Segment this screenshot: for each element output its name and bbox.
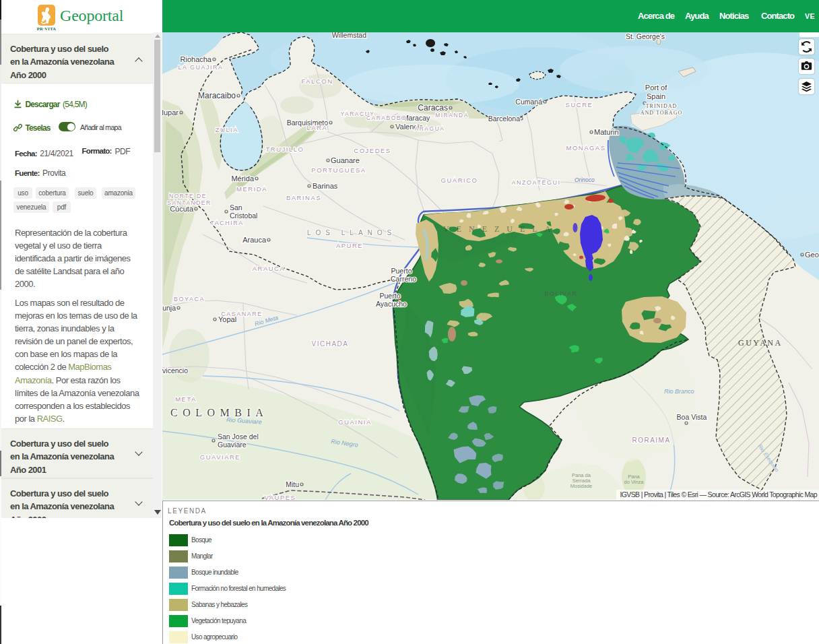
svg-text:BARINAS: BARINAS [286,194,321,201]
svg-text:Caracas: Caracas [418,103,448,112]
svg-text:Cristobal: Cristobal [230,212,257,220]
svg-text:FALCON: FALCON [301,77,333,85]
svg-text:ZULIA: ZULIA [216,126,238,133]
svg-text:LARA: LARA [307,124,328,131]
svg-text:COLOMBIA: COLOMBIA [170,407,268,418]
svg-text:Puerto: Puerto [380,292,401,300]
svg-text:Arauca: Arauca [242,236,267,244]
svg-text:do Vinza: do Vinza [624,479,644,485]
svg-text:SANTANDER: SANTANDER [167,199,211,206]
svg-text:Valledupar: Valledupar [162,108,178,117]
svg-text:Rio Branco: Rio Branco [664,388,694,395]
svg-text:COJEDES: COJEDES [354,147,391,154]
svg-text:llavicencio: llavicencio [162,366,188,375]
svg-text:Willemstad: Willemstad [332,32,367,39]
svg-text:VAUPES: VAUPES [265,494,296,500]
svg-text:TACHIRA: TACHIRA [210,220,243,226]
svg-text:APURE: APURE [336,242,363,249]
svg-text:ARAUCA: ARAUCA [253,265,286,272]
svg-text:Mosidade: Mosidade [570,483,593,489]
svg-text:LOS LLANOS: LOS LLANOS [307,229,396,236]
svg-text:CARABOBO: CARABOBO [366,115,407,121]
svg-text:NORTE DE: NORTE DE [169,193,207,199]
svg-text:Maracaibo: Maracaibo [198,91,236,100]
svg-text:TRINIDAD: TRINIDAD [646,103,678,109]
svg-text:BOLIVAR: BOLIVAR [545,290,578,297]
svg-text:San: San [230,203,242,212]
svg-text:GUAINIA: GUAINIA [338,418,372,426]
svg-text:MERIDA: MERIDA [236,185,267,193]
svg-text:Barcelona: Barcelona [488,115,520,123]
svg-text:MONAGAS: MONAGAS [566,144,605,152]
svg-text:SUCRE: SUCRE [566,101,593,108]
svg-text:Mérida: Mérida [231,174,255,183]
svg-text:Puerto: Puerto [391,267,412,275]
svg-text:Orinoco: Orinoco [575,176,595,183]
svg-text:ANZOATEGUI: ANZOATEGUI [512,179,561,186]
svg-text:PORTUGUESA: PORTUGUESA [311,166,366,174]
svg-text:GUYANA: GUYANA [738,338,783,348]
svg-text:ARAGUA: ARAGUA [415,125,445,132]
svg-text:Guanare: Guanare [331,156,360,164]
svg-text:Maturin: Maturin [594,128,619,136]
svg-text:San Jose del: San Jose del [218,432,259,441]
svg-text:St. George's: St. George's [626,32,665,40]
svg-text:AND TOBAGO: AND TOBAGO [641,110,682,116]
svg-text:Maracay: Maracay [403,114,430,122]
svg-text:Mitu: Mitu [286,480,299,488]
svg-text:RORAIMA: RORAIMA [632,437,670,444]
svg-text:Guaviare: Guaviare [218,441,247,449]
svg-text:Port of: Port of [645,84,667,92]
svg-text:Ayacucho: Ayacucho [376,300,407,308]
svg-text:Riohacha: Riohacha [181,55,212,63]
svg-text:Georgetown: Georgetown [805,251,819,259]
svg-text:Tunja: Tunja [162,304,176,312]
svg-text:MIRANDA: MIRANDA [435,112,469,119]
svg-text:LA GUAJIRA: LA GUAJIRA [178,64,223,71]
svg-text:Spain: Spain [647,92,665,100]
svg-text:Boa Vista: Boa Vista [677,413,707,421]
svg-text:Barinas: Barinas [313,182,338,190]
svg-text:GUAVIARE: GUAVIARE [200,453,240,461]
svg-text:TRUJILLO: TRUJILLO [266,146,304,153]
svg-text:VENEZUELA: VENEZUELA [443,224,558,234]
svg-text:Carreno: Carreno [391,275,416,283]
svg-text:CASANARE: CASANARE [221,311,263,317]
svg-text:Cumaná: Cumaná [515,98,542,106]
svg-text:VICHADA: VICHADA [312,340,349,348]
svg-text:PR·VITA: PR·VITA [37,26,57,31]
svg-text:GUARICO: GUARICO [441,176,478,184]
svg-text:META: META [175,395,197,403]
svg-text:BOYACA: BOYACA [174,296,205,302]
